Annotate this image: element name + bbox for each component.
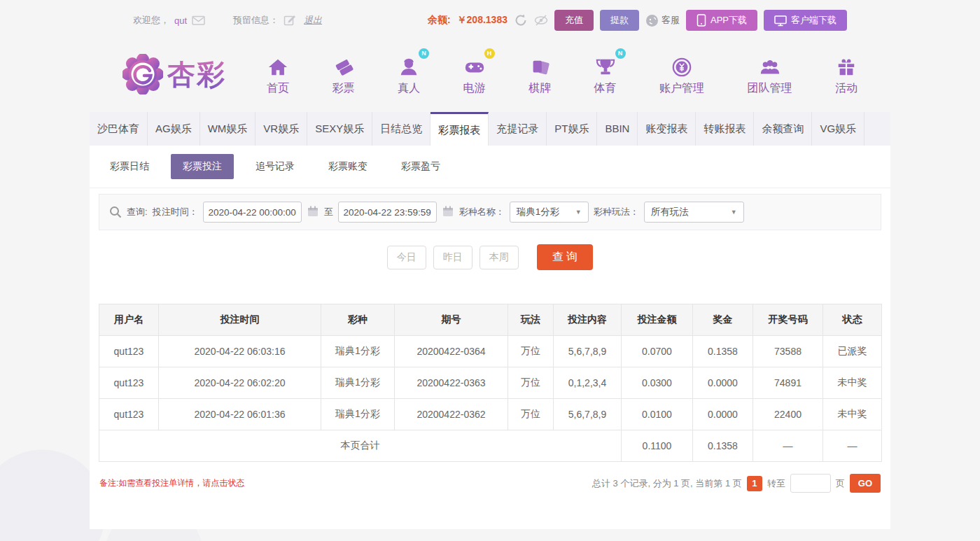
- nav-item-sports[interactable]: N 体育: [594, 52, 617, 96]
- nav-item-boardgames[interactable]: 棋牌: [528, 52, 551, 96]
- recharge-label: 充值: [565, 14, 583, 27]
- gamepad-icon: [463, 57, 486, 78]
- col-issue: 期号: [395, 304, 508, 336]
- client-download-label: 客户端下载: [791, 14, 836, 27]
- nav-item-account[interactable]: 账户管理: [659, 52, 704, 96]
- hide-balance-icon[interactable]: [534, 14, 548, 27]
- subtab-lottery-account-change[interactable]: 彩票账变: [316, 154, 379, 179]
- nav-item-lottery[interactable]: 彩票: [332, 52, 355, 96]
- cell-prize: 0.0000: [693, 399, 753, 430]
- cell-content: 5,6,7,8,9: [554, 336, 622, 367]
- withdraw-button[interactable]: 提款: [600, 10, 639, 31]
- subtab-chase-records[interactable]: 追号记录: [244, 154, 307, 179]
- col-draw-number: 开奖号码: [753, 304, 823, 336]
- calendar-to-icon[interactable]: [442, 205, 454, 220]
- nav-item-egames[interactable]: H 电游: [463, 52, 486, 96]
- brand-logo[interactable]: 杏彩: [122, 54, 226, 94]
- tab-transfer-report[interactable]: 转账报表: [696, 112, 754, 146]
- bet-time-label: 投注时间：: [153, 206, 198, 218]
- client-download-button[interactable]: 客户端下载: [764, 10, 847, 31]
- cell-draw-number: 22400: [753, 399, 823, 430]
- table-footer: 备注:如需查看投注单详情，请点击状态 总计 3 个记录, 分为 1 页, 当前第…: [99, 474, 881, 493]
- search-filter-bar: 查询: 投注时间： 至 彩种名称： 瑞典1分彩 ▼ 彩种玩法： 所有玩法 ▼: [99, 194, 881, 230]
- today-button[interactable]: 今日: [387, 246, 426, 269]
- cell-status[interactable]: 未中奖: [823, 399, 882, 430]
- nav-item-promos[interactable]: 活动: [835, 52, 858, 96]
- gift-icon: [836, 57, 857, 78]
- tab-bbin[interactable]: BBIN: [597, 112, 638, 146]
- nav-item-home[interactable]: 首页: [267, 52, 289, 96]
- welcome-text: 欢迎您，: [133, 14, 169, 27]
- cell-play: 万位: [508, 336, 554, 367]
- nav-item-live[interactable]: N 真人: [398, 52, 420, 96]
- subtab-lottery-profit-loss[interactable]: 彩票盈亏: [389, 154, 452, 179]
- tab-vg[interactable]: VG娱乐: [812, 112, 864, 146]
- subtab-lottery-bets[interactable]: 彩票投注: [171, 154, 234, 179]
- yesterday-button[interactable]: 昨日: [433, 246, 472, 269]
- balance-value: ￥208.1383: [457, 14, 507, 27]
- search-icon: [109, 206, 122, 218]
- play-type-select[interactable]: 所有玩法 ▼: [644, 202, 744, 223]
- lottery-subtabs: 彩票日结 彩票投注 追号记录 彩票账变 彩票盈亏: [90, 146, 890, 188]
- tab-lottery-report[interactable]: 彩票报表: [430, 112, 489, 146]
- cell-content: 0,1,2,3,4: [554, 367, 622, 399]
- cell-content: 5,6,7,8,9: [554, 399, 622, 430]
- cell-status[interactable]: 已派奖: [823, 336, 882, 367]
- chevron-down-icon: ▼: [575, 209, 582, 216]
- nav-label: 首页: [267, 81, 289, 96]
- chevron-down-icon: ▼: [731, 209, 737, 216]
- edit-icon[interactable]: [284, 14, 296, 27]
- cell-lottery: 瑞典1分彩: [321, 336, 395, 367]
- goto-label: 转至: [767, 477, 785, 490]
- total-label: 本页合计: [99, 430, 622, 462]
- goto-page-input[interactable]: [790, 474, 831, 493]
- go-button[interactable]: GO: [850, 474, 881, 493]
- tab-account-change-report[interactable]: 账变报表: [638, 112, 696, 146]
- col-status: 状态: [823, 304, 882, 336]
- current-page-button[interactable]: 1: [747, 476, 762, 491]
- this-week-button[interactable]: 本周: [479, 246, 519, 269]
- nav-label: 棋牌: [528, 81, 551, 96]
- tab-wm[interactable]: WM娱乐: [200, 112, 256, 146]
- topbar: 欢迎您， qut 预留信息： 退出 余额: ￥208.1383 充值 提款: [0, 0, 980, 41]
- app-download-label: APP下载: [710, 14, 747, 27]
- query-label: 查询:: [127, 206, 148, 218]
- cell-prize: 0.0000: [693, 367, 753, 399]
- nav-item-team[interactable]: 团队管理: [748, 52, 792, 96]
- recharge-button[interactable]: 充值: [554, 10, 594, 31]
- date-to-input[interactable]: [338, 202, 437, 223]
- cell-lottery: 瑞典1分彩: [321, 367, 395, 399]
- col-content: 投注内容: [554, 304, 622, 336]
- total-amount: 0.1100: [622, 430, 693, 462]
- cell-bet-time: 2020-04-22 06:02:20: [159, 367, 321, 399]
- table-header-row: 用户名 投注时间 彩种 期号 玩法 投注内容 投注金额 奖金 开奖号码 状态: [99, 304, 882, 336]
- query-submit-button[interactable]: 查 询: [537, 244, 593, 270]
- tab-deposit-withdraw-records[interactable]: 充提记录: [489, 112, 547, 146]
- calendar-from-icon[interactable]: [307, 205, 319, 220]
- lottery-name-select[interactable]: 瑞典1分彩 ▼: [510, 202, 589, 223]
- refresh-balance-icon[interactable]: [514, 13, 528, 27]
- site-header: 杏彩 首页 彩票 N 真人 H 电游 棋牌: [0, 41, 980, 108]
- col-prize: 奖金: [693, 304, 753, 336]
- cell-username: qut123: [99, 367, 159, 399]
- mail-icon[interactable]: [192, 14, 205, 27]
- cell-draw-number: 73588: [753, 336, 823, 367]
- cell-status[interactable]: 未中奖: [823, 367, 882, 399]
- customer-service-link[interactable]: 客服: [645, 14, 680, 27]
- service-face-icon: [645, 14, 659, 27]
- coin-icon: [671, 57, 692, 78]
- app-download-button[interactable]: APP下载: [686, 10, 757, 31]
- logout-link[interactable]: 退出: [304, 14, 322, 27]
- tab-daily-summary[interactable]: 日结总览: [372, 112, 430, 146]
- tab-pt[interactable]: PT娱乐: [547, 112, 597, 146]
- tab-balance-query[interactable]: 余额查询: [754, 112, 812, 146]
- subtab-lottery-daily[interactable]: 彩票日结: [98, 154, 161, 179]
- nav-label: 彩票: [332, 81, 355, 96]
- col-amount: 投注金额: [622, 304, 693, 336]
- tab-shaba-sports[interactable]: 沙巴体育: [90, 112, 148, 146]
- tab-vr[interactable]: VR娱乐: [255, 112, 307, 146]
- username-link[interactable]: qut: [174, 15, 187, 26]
- tab-ag[interactable]: AG娱乐: [148, 112, 200, 146]
- date-from-input[interactable]: [203, 202, 302, 223]
- tab-sexy[interactable]: SEXY娱乐: [307, 112, 372, 146]
